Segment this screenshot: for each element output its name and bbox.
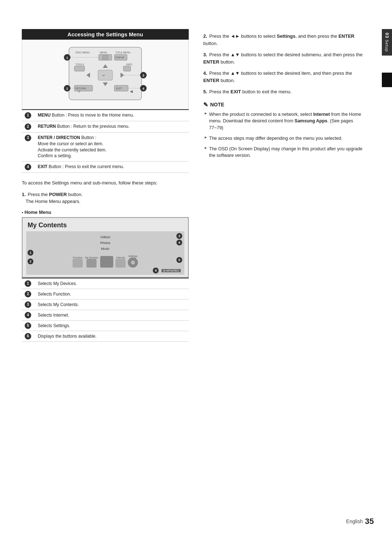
hm-function-icon (73, 259, 83, 268)
hm-legend-row-1: 1 Selects My Devices. (22, 278, 189, 289)
legend-row-4: 4 EXIT Button : Press to exit the curren… (22, 162, 189, 173)
side-tab-label: Setup (385, 40, 389, 52)
note-item-1: When the product is connected to a netwo… (203, 111, 364, 131)
svg-rect-9 (74, 66, 85, 71)
hm-legend-text-4: Selects Internet. (35, 310, 189, 320)
legend-num-3: 3 (22, 133, 35, 162)
hm-photos: Photos (100, 240, 110, 246)
hm-internet-item: Internet (115, 256, 126, 268)
step-5-num: 5. (203, 89, 207, 94)
annotation-5-hm: 5 (176, 257, 183, 263)
legend-text-2: RETURN Button : Return to the previous m… (35, 121, 189, 133)
note-text-1: When the product is connected to a netwo… (209, 111, 364, 131)
page-language: English (346, 518, 363, 524)
legend-row-1: 1 MENU Button : Press to move to the Hom… (22, 110, 189, 121)
note-item-2: The access steps may differ depending on… (203, 135, 364, 142)
note-bullet-3 (205, 147, 207, 149)
hm-legend-num-5: 5 (22, 320, 35, 331)
legend-text-3: ENTER / DIRECTION Button : Move the curs… (35, 133, 189, 162)
hm-icons-row: Function My Devices (35, 255, 176, 268)
section-title: Accessing the Settings Menu (22, 29, 189, 40)
svg-text:TITLE MENU: TITLE MENU (115, 51, 131, 54)
hm-legend-row-5: 5 Selects Settings. (22, 320, 189, 331)
note-section: ✎ NOTE When the product is connected to … (203, 101, 364, 159)
legend-num-4: 4 (22, 162, 35, 173)
legend-circle-3: 3 (25, 135, 31, 141)
hm-videos: Videos (100, 234, 110, 240)
legend-circle-4: 4 (25, 164, 31, 170)
intro-text: To access the Settings menu and sub-menu… (22, 179, 189, 187)
legend-row-3: 3 ENTER / DIRECTION Button : Move the cu… (22, 133, 189, 162)
svg-text:EXIT: EXIT (116, 87, 122, 90)
step-5: 5. Press the EXIT button to exit the men… (203, 88, 364, 95)
page-number: 35 (365, 517, 374, 526)
legend-row-2: 2 RETURN Button : Return to the previous… (22, 121, 189, 133)
svg-text:MENU: MENU (100, 51, 107, 54)
home-menu-screen: 3 4 1 2 5 (26, 231, 184, 275)
hm-legend-text-2: Selects Function. (35, 289, 189, 299)
svg-text:RETURN: RETURN (75, 87, 86, 90)
legend-text-1: MENU Button : Press to move to the Home … (35, 110, 189, 121)
note-bullet-2 (205, 137, 207, 139)
svg-rect-5 (102, 55, 108, 60)
left-column: Accessing the Settings Menu DISC MENU ME… (22, 29, 189, 508)
page-footer: English 35 (346, 517, 374, 526)
svg-text:1: 1 (66, 56, 68, 60)
right-column: 2. Press the ◄► buttons to select Settin… (203, 29, 364, 508)
main-content: Accessing the Settings Menu DISC MENU ME… (0, 15, 382, 522)
annotation-3-hm: 3 (176, 233, 183, 239)
svg-text:◀: ◀ (130, 89, 133, 93)
note-icon: ✎ (203, 101, 208, 108)
hm-legend-num-2: 2 (22, 289, 35, 299)
remote-illustration: DISC MENU MENU TITLE MENU POPUP TOOLS (22, 40, 189, 109)
step-1-num: 1. (22, 192, 26, 197)
note-text-3: The OSD (On Screen Display) may change i… (209, 146, 364, 159)
legend-circle-1: 1 (25, 112, 31, 119)
hm-function-item: Function (73, 256, 83, 268)
step-2-num: 2. (203, 33, 207, 39)
side-tab-number: 03 (384, 33, 389, 38)
hm-function-label: Function (73, 256, 82, 259)
note-text-2: The access steps may differ depending on… (209, 135, 342, 142)
svg-text:INFO: INFO (126, 63, 132, 66)
hm-legend-text-1: Selects My Devices. (35, 278, 189, 289)
hm-legend-text-5: Selects Settings. (35, 320, 189, 331)
step-4-num: 4. (203, 70, 207, 76)
hm-mycontents-item (100, 255, 113, 268)
annotation-4-hm: 4 (176, 239, 183, 245)
hm-legend-text-3: Selects My Contents. (35, 299, 189, 310)
page-container: 03 Setup Accessing the Settings Menu DIS… (0, 0, 392, 537)
hm-mydevices-label: My Devices (85, 256, 98, 259)
wps-bar: 6 ⊞ WPS(PBC) (153, 267, 181, 273)
home-menu-legend-table: 1 Selects My Devices. 2 Selects Function… (22, 278, 189, 342)
remote-legend-table: 1 MENU Button : Press to move to the Hom… (22, 109, 189, 173)
legend-num-1: 1 (22, 110, 35, 121)
svg-text:TOOLS: TOOLS (75, 63, 84, 66)
hm-legend-num-3: 3 (22, 299, 35, 310)
step-3-num: 3. (203, 52, 207, 57)
note-header: ✎ NOTE (203, 101, 364, 108)
hm-mycontents-icon (100, 256, 113, 268)
hm-internet-label: Internet (116, 256, 125, 259)
svg-rect-16 (98, 70, 113, 80)
hm-legend-text-6: Displays the buttons available. (35, 331, 189, 341)
legend-num-2: 2 (22, 121, 35, 133)
svg-text:POPUP: POPUP (115, 56, 124, 59)
svg-text:DISC MENU: DISC MENU (75, 51, 90, 54)
annotation-2-hm: 2 (28, 258, 34, 264)
note-header-text: NOTE (210, 102, 224, 107)
legend-circle-2: 2 (25, 123, 31, 130)
svg-text:3: 3 (142, 74, 144, 77)
home-menu-label: • Home Menu (22, 209, 189, 215)
hm-music: Music (100, 246, 110, 252)
hm-legend-row-4: 4 Selects Internet. (22, 310, 189, 320)
hm-legend-row-3: 3 Selects My Contents. (22, 299, 189, 310)
svg-text:4: 4 (142, 87, 144, 90)
step-2: 2. Press the ◄► buttons to select Settin… (203, 33, 364, 47)
home-menu-title: My Contents (26, 221, 184, 229)
home-menu-area: My Contents 3 4 1 2 (22, 217, 189, 278)
annotation-1-hm: 1 (28, 249, 34, 256)
svg-text:2: 2 (66, 87, 68, 90)
hm-legend-row-6: 6 Displays the buttons available. (22, 331, 189, 341)
note-item-3: The OSD (On Screen Display) may change i… (203, 146, 364, 159)
